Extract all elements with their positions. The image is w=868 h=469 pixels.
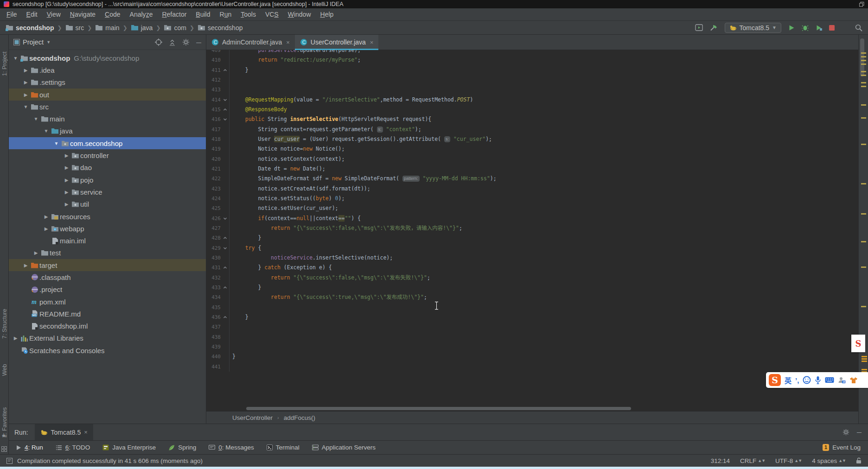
editor-tab-usercontroller-java[interactable]: CUserController.java× bbox=[295, 35, 379, 50]
readonly-lock-icon[interactable] bbox=[856, 457, 862, 464]
breadcrumb-class[interactable]: UserController bbox=[232, 414, 273, 421]
tree-item-src[interactable]: ▼src bbox=[9, 101, 206, 113]
tree-item-classpath[interactable]: .classpath bbox=[9, 271, 206, 283]
tree-item-project[interactable]: .project bbox=[9, 284, 206, 296]
sogou-logo[interactable]: S bbox=[769, 374, 781, 386]
tool-window-button-2-favorites[interactable]: 2: Favorites bbox=[0, 393, 9, 452]
code-line[interactable]: 428 } bbox=[206, 233, 858, 243]
menu-item-code[interactable]: Code bbox=[100, 11, 125, 18]
tree-item-out[interactable]: ▶out bbox=[9, 89, 206, 101]
tree-item-secondshop[interactable]: ▼secondshopG:\study\secondshop bbox=[9, 52, 206, 64]
code-line[interactable]: 411 } bbox=[206, 65, 858, 75]
chevron-collapsed-icon[interactable]: ▶ bbox=[22, 68, 30, 73]
code-line[interactable]: 425 notice.setUser(cur_user); bbox=[206, 203, 858, 213]
line-separator-select[interactable]: CRLF▲▼ bbox=[740, 457, 765, 464]
tool-window-button-spring[interactable]: Spring bbox=[168, 444, 196, 451]
warning-stripe-mark[interactable] bbox=[861, 75, 866, 76]
fold-marker-icon[interactable] bbox=[221, 315, 229, 319]
chevron-collapsed-icon[interactable]: ▶ bbox=[42, 226, 50, 231]
code-line[interactable]: 412 bbox=[206, 75, 858, 85]
code-line[interactable]: 421 Date dt = new Date(); bbox=[206, 164, 858, 174]
warning-stripe-mark[interactable] bbox=[861, 241, 866, 242]
tool-window-button-0-messages[interactable]: 0: Messages bbox=[209, 444, 254, 451]
tool-window-quick-access-icon[interactable] bbox=[695, 24, 703, 31]
tool-window-button-1-project[interactable]: 1: Project bbox=[0, 38, 9, 89]
horizontal-scrollbar[interactable] bbox=[206, 406, 858, 411]
close-icon[interactable]: × bbox=[84, 429, 88, 436]
tool-window-button-7-structure[interactable]: 7: Structure bbox=[0, 294, 9, 354]
encoding-select[interactable]: UTF-8▲▼ bbox=[775, 457, 802, 464]
close-icon[interactable]: × bbox=[370, 39, 374, 46]
run-tab-tomcat[interactable]: Tomcat8.5 × bbox=[35, 424, 93, 440]
chevron-collapsed-icon[interactable]: ▶ bbox=[12, 336, 19, 341]
tree-item-settings[interactable]: ▶.settings bbox=[9, 76, 206, 89]
menu-item-help[interactable]: Help bbox=[316, 11, 338, 18]
chevron-collapsed-icon[interactable]: ▶ bbox=[42, 214, 50, 219]
warning-stripe-mark[interactable] bbox=[861, 71, 866, 72]
status-message[interactable]: Compilation completed successfully in 41… bbox=[17, 457, 203, 464]
fold-marker-icon[interactable] bbox=[221, 117, 229, 121]
chevron-expanded-icon[interactable]: ▼ bbox=[42, 128, 50, 133]
code-line[interactable]: 410 return "redirect:/user/myPurse"; bbox=[206, 55, 858, 65]
code-line[interactable]: 439 bbox=[206, 342, 858, 352]
ime-punctuation-icon[interactable]: ’, bbox=[795, 376, 799, 384]
menu-item-run[interactable]: Run bbox=[215, 11, 236, 18]
chevron-collapsed-icon[interactable]: ▶ bbox=[63, 190, 70, 195]
code-editor[interactable]: 409 purseService.updatePurse(purse);410 … bbox=[206, 50, 858, 406]
warning-stripe-mark[interactable] bbox=[861, 117, 866, 119]
search-everywhere-icon[interactable] bbox=[855, 24, 862, 32]
tree-item-readme-md[interactable]: MDREADME.md bbox=[9, 308, 206, 320]
chevron-expanded-icon[interactable]: ▼ bbox=[12, 56, 19, 61]
tool-window-button-java-enterprise[interactable]: Java Enterprise bbox=[102, 444, 156, 451]
indent-select[interactable]: 4 spaces▲▼ bbox=[812, 457, 846, 464]
fold-marker-icon[interactable] bbox=[221, 98, 229, 102]
warning-stripe-mark[interactable] bbox=[861, 104, 866, 106]
breadcrumb-item-secondshop[interactable]: secondshop bbox=[198, 24, 243, 32]
tool-window-button-application-servers[interactable]: Application Servers bbox=[312, 444, 376, 451]
fold-marker-icon[interactable] bbox=[221, 108, 229, 112]
menu-item-navigate[interactable]: Navigate bbox=[65, 11, 100, 18]
code-line[interactable]: 424 notice.setStatus((byte) 0); bbox=[206, 194, 858, 203]
fold-marker-icon[interactable] bbox=[221, 246, 229, 250]
chevron-expanded-icon[interactable]: ▼ bbox=[52, 141, 60, 146]
ime-handle-bars[interactable] bbox=[862, 356, 867, 363]
ime-language-mode[interactable]: 英 bbox=[785, 375, 791, 385]
event-log-button[interactable]: 1Event Log bbox=[823, 444, 861, 451]
warning-stripe-mark[interactable] bbox=[861, 82, 866, 83]
fold-marker-icon[interactable] bbox=[221, 266, 229, 270]
stop-button[interactable] bbox=[829, 25, 835, 31]
tree-item-pojo[interactable]: ▶pojo bbox=[9, 174, 206, 186]
code-line[interactable]: 430 noticeService.insertSelective(notice… bbox=[206, 253, 858, 263]
close-icon[interactable]: × bbox=[286, 39, 290, 46]
run-settings-gear-icon[interactable] bbox=[842, 429, 849, 436]
tool-window-button-4-run[interactable]: 4: Run bbox=[16, 444, 43, 451]
code-line[interactable]: 416 public String insertSelective(HttpSe… bbox=[206, 114, 858, 124]
code-line[interactable]: 422 SimpleDateFormat sdf = new SimpleDat… bbox=[206, 174, 858, 184]
code-line[interactable]: 429 try { bbox=[206, 243, 858, 253]
ime-skin-icon[interactable] bbox=[849, 377, 858, 384]
tree-item-pom-xml[interactable]: mpom.xml bbox=[9, 296, 206, 308]
locate-file-icon[interactable] bbox=[155, 38, 162, 46]
code-line[interactable]: 413 bbox=[206, 85, 858, 95]
breadcrumb-item-java[interactable]: java bbox=[131, 24, 153, 32]
warning-stripe-mark[interactable] bbox=[861, 266, 866, 268]
code-line[interactable]: 433 } bbox=[206, 283, 858, 292]
menu-item-refactor[interactable]: Refactor bbox=[157, 11, 191, 18]
warning-stripe-mark[interactable] bbox=[861, 56, 866, 57]
editor-preview-icon[interactable] bbox=[6, 458, 13, 464]
run-with-coverage-button[interactable] bbox=[816, 25, 822, 31]
tree-item-service[interactable]: ▶service bbox=[9, 186, 206, 198]
breadcrumb-member[interactable]: addFocus() bbox=[284, 414, 315, 421]
tree-item-controller[interactable]: ▶controller bbox=[9, 149, 206, 161]
tool-window-button-6-todo[interactable]: 6: TODO bbox=[56, 444, 90, 451]
ime-float-badge[interactable]: S bbox=[851, 335, 865, 352]
warning-stripe-mark[interactable] bbox=[861, 213, 866, 215]
tree-item-secondshop-iml[interactable]: secondshop.iml bbox=[9, 320, 206, 332]
tool-window-button-web[interactable]: Web bbox=[0, 359, 9, 381]
chevron-collapsed-icon[interactable]: ▶ bbox=[63, 177, 70, 183]
code-line[interactable]: 431 } catch (Exception e) { bbox=[206, 263, 858, 273]
build-hammer-icon[interactable] bbox=[710, 24, 718, 32]
fold-marker-icon[interactable] bbox=[221, 236, 229, 240]
settings-gear-icon[interactable] bbox=[182, 38, 190, 46]
tree-item-external-libraries[interactable]: ▶External Libraries bbox=[9, 332, 206, 344]
